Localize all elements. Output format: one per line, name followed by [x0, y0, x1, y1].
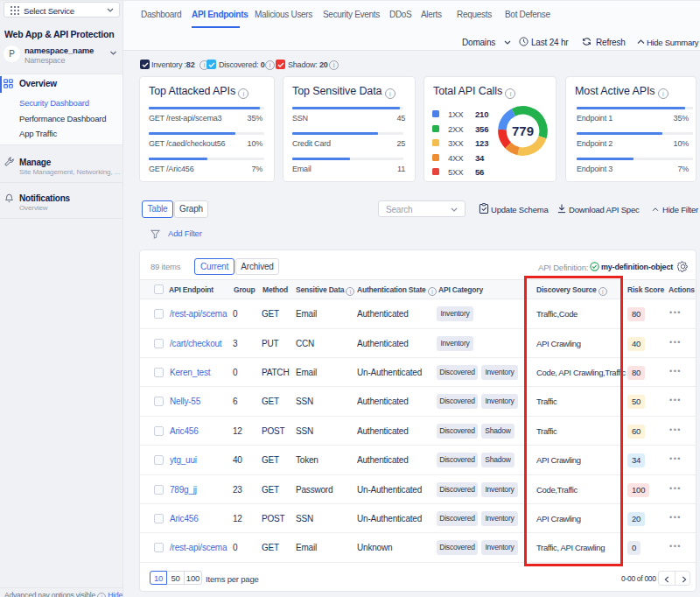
svg-text:779: 779 — [512, 123, 534, 138]
